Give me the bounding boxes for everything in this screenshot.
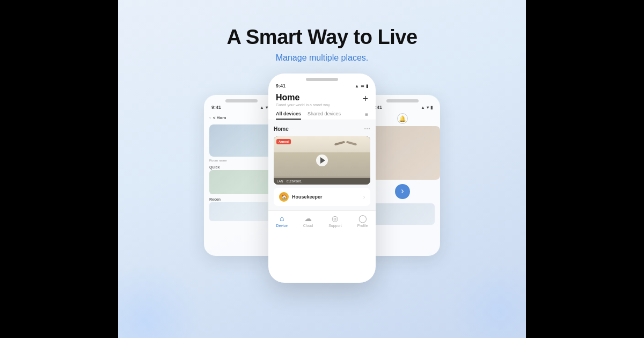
nav-profile[interactable]: ◯ Profile	[357, 214, 368, 227]
fan-blade-1	[334, 141, 345, 145]
nav-support[interactable]: ◎ Support	[328, 214, 342, 227]
right-wifi-icon: ▾	[427, 105, 429, 110]
right-phone-bell: 🔔	[365, 111, 440, 126]
home-subtitle: Guard your world in a smart way	[276, 103, 330, 107]
section-more-icon[interactable]: ···	[364, 124, 370, 133]
phone-body: Home ···	[268, 120, 376, 210]
phone-bg-right: 9:41 ▲ ▾ ▮ 🔔	[365, 95, 440, 256]
signal-icon: ▲	[260, 105, 264, 110]
camera-card[interactable]: Armed LAN 0123456f1	[274, 136, 370, 185]
housekeeper-row[interactable]: 🏠 Housekeeper ›	[274, 188, 370, 206]
device-icon: ⌂	[280, 214, 284, 223]
main-time: 9:41	[276, 83, 286, 89]
right-status-bar: 9:41 ▲ ▾ ▮	[365, 102, 440, 111]
left-recent-thumb	[209, 202, 274, 221]
device-label: Device	[276, 224, 287, 227]
main-container: A Smart Way to Live Manage multiple plac…	[118, 0, 526, 338]
back-arrow-icon: ‹	[209, 115, 211, 120]
camera-id: 0123456f1	[287, 180, 302, 183]
tab-menu-icon[interactable]: ≡	[365, 112, 368, 117]
phone-app-header: Home Guard your world in a smart way +	[268, 90, 376, 109]
support-icon: ◎	[332, 214, 338, 223]
phone-bg-left: 9:41 ▲ ▾ ▮ ‹ < Hom Room name Quick Recen	[204, 95, 279, 256]
left-time: 9:41	[211, 105, 221, 110]
play-button[interactable]	[316, 155, 328, 166]
main-signal-icon: ▲	[355, 84, 359, 89]
main-status-icons: ▲ ≋ ▮	[355, 84, 368, 89]
housekeeper-icon: 🏠	[281, 194, 287, 200]
main-wifi-icon: ≋	[361, 84, 364, 89]
right-secondary-image	[370, 203, 435, 225]
left-phone-title: < Hom	[213, 115, 226, 120]
housekeeper-name: Housekeeper	[292, 194, 360, 200]
phone-scene: 9:41 ▲ ▾ ▮ ‹ < Hom Room name Quick Recen	[209, 74, 435, 299]
tab-shared-devices[interactable]: Shared devices	[308, 109, 341, 120]
wifi-icon: ▾	[266, 105, 268, 110]
section-title: Home	[274, 126, 289, 132]
lan-label: LAN	[277, 180, 283, 183]
phone-main: 9:41 ▲ ≋ ▮ Home Guard your world in a sm…	[268, 74, 376, 283]
cloud-label: Cloud	[303, 224, 313, 227]
housekeeper-avatar: 🏠	[279, 192, 289, 202]
left-phone-thumb	[209, 170, 274, 194]
nav-cloud[interactable]: ☁ Cloud	[303, 214, 313, 227]
profile-icon: ◯	[358, 214, 367, 223]
armed-badge: Armed	[276, 139, 291, 144]
profile-label: Profile	[357, 224, 368, 227]
support-label: Support	[328, 224, 342, 227]
cloud-icon: ☁	[304, 214, 312, 223]
nav-device[interactable]: ⌂ Device	[276, 214, 287, 227]
bottom-nav: ⌂ Device ☁ Cloud ◎ Support ◯ Profile	[268, 210, 376, 232]
camera-footer: LAN 0123456f1	[274, 178, 370, 185]
right-signal-icon: ▲	[421, 105, 425, 110]
left-recently: Recen	[204, 194, 279, 202]
main-battery-icon: ▮	[366, 84, 368, 89]
right-bell-icon: 🔔	[397, 113, 408, 124]
right-status-icons: ▲ ▾ ▮	[421, 105, 433, 110]
home-title: Home	[276, 93, 330, 102]
fan-blade-2	[346, 141, 357, 145]
main-status-bar: 9:41 ▲ ≋ ▮	[268, 81, 376, 90]
left-status-bar: 9:41 ▲ ▾ ▮	[204, 102, 279, 111]
tab-all-devices[interactable]: All devices	[276, 109, 301, 120]
left-phone-section: Quick	[204, 162, 279, 170]
left-phone-header: ‹ < Hom	[204, 111, 279, 122]
right-battery-icon: ▮	[430, 105, 433, 110]
right-phone-image	[365, 126, 440, 180]
right-action-button[interactable]	[395, 184, 410, 199]
headline-section: A Smart Way to Live Manage multiple plac…	[226, 26, 417, 63]
section-home-label: Home ···	[274, 124, 370, 133]
ceiling-fan	[334, 138, 357, 148]
page-subtitle: Manage multiple places.	[226, 53, 417, 63]
left-phone-image	[209, 124, 274, 157]
tab-bar: All devices Shared devices ≡	[268, 109, 376, 120]
housekeeper-arrow-icon: ›	[363, 194, 365, 200]
phone-home-info: Home Guard your world in a smart way	[276, 93, 330, 107]
add-button[interactable]: +	[362, 94, 368, 104]
page-title: A Smart Way to Live	[226, 26, 417, 49]
